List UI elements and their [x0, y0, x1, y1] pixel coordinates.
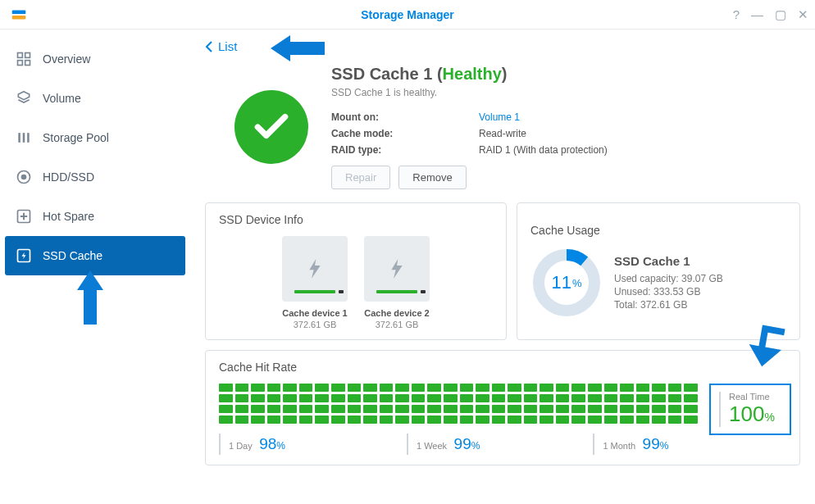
panel-title: Cache Hit Rate [219, 361, 786, 374]
sidebar-item-storage-pool[interactable]: Storage Pool [0, 118, 190, 157]
device-name: Cache device 1 [282, 308, 348, 318]
device-size: 372.61 GB [282, 320, 348, 329]
info-value: Read-write [479, 128, 526, 139]
usage-cache-name: SSD Cache 1 [614, 254, 723, 268]
svg-rect-9 [18, 133, 20, 143]
back-to-list-link[interactable]: List [205, 39, 237, 53]
sidebar-item-hot-spare[interactable]: Hot Spare [0, 197, 190, 236]
svg-rect-3 [12, 10, 26, 14]
sidebar-item-label: Volume [43, 92, 81, 105]
titlebar: Storage Manager ? — ▢ ✕ [0, 0, 815, 30]
sidebar-item-hdd-ssd[interactable]: HDD/SSD [0, 157, 190, 197]
hit-rate-stat-1day: 1 Day 98% [219, 434, 294, 455]
cache-title: SSD Cache 1 (Healthy) [331, 65, 800, 84]
svg-rect-8 [25, 61, 30, 66]
content: List SSD Cache 1 (Healthy) SSD Cache 1 i… [190, 30, 815, 504]
sidebar: Overview Volume Storage Pool HDD/SSD Hot… [0, 30, 190, 504]
back-label: List [218, 39, 237, 53]
health-status-icon [234, 90, 308, 164]
info-label: Mount on: [331, 111, 479, 123]
svg-rect-7 [18, 61, 23, 66]
usage-donut-chart: 11% [530, 247, 603, 319]
panel-title: Cache Usage [530, 224, 786, 237]
hit-rate-stat-1month: 1 Month 99% [593, 434, 676, 455]
chevron-left-icon [205, 41, 213, 52]
volume-icon [15, 89, 33, 107]
panel-title: SSD Device Info [219, 213, 493, 226]
hot-spare-icon [15, 207, 33, 225]
app-icon [10, 6, 28, 24]
hit-rate-stat-1week: 1 Week 99% [407, 434, 488, 455]
device-size: 372.61 GB [364, 320, 430, 329]
mount-on-link[interactable]: Volume 1 [479, 111, 520, 123]
info-label: Cache mode: [331, 128, 479, 139]
svg-point-13 [22, 175, 26, 179]
info-value: RAID 1 (With data protection) [479, 144, 608, 156]
sidebar-item-label: SSD Cache [43, 249, 102, 262]
svg-rect-10 [23, 133, 25, 143]
overview-icon [15, 50, 33, 68]
window-title: Storage Manager [361, 8, 454, 21]
sidebar-item-label: Hot Spare [43, 210, 94, 223]
storage-pool-icon [15, 129, 33, 147]
repair-button: Repair [331, 166, 390, 189]
svg-rect-4 [12, 15, 26, 19]
help-button[interactable]: ? [733, 8, 740, 20]
remove-button[interactable]: Remove [398, 166, 466, 189]
cache-usage-panel: Cache Usage 11% SSD Cache 1 Used capacit… [517, 202, 800, 340]
sidebar-item-overview[interactable]: Overview [0, 39, 190, 79]
usage-total: Total: 372.61 GB [614, 299, 723, 311]
sidebar-item-ssd-cache[interactable]: SSD Cache [5, 236, 185, 275]
hit-rate-heatmap [219, 384, 698, 424]
info-label: RAID type: [331, 144, 479, 156]
cache-hit-rate-panel: Cache Hit Rate 1 Day 98% 1 Week 99% [205, 350, 800, 465]
hit-rate-realtime: Real Time 100% [709, 384, 791, 435]
ssd-device-icon [282, 236, 348, 302]
sidebar-item-label: Storage Pool [43, 131, 109, 144]
usage-unused: Unused: 333.53 GB [614, 286, 723, 297]
cache-device[interactable]: Cache device 1 372.61 GB [282, 236, 348, 329]
hdd-ssd-icon [15, 168, 33, 186]
cache-device[interactable]: Cache device 2 372.61 GB [364, 236, 430, 329]
usage-used: Used capacity: 39.07 GB [614, 273, 723, 284]
svg-rect-11 [27, 133, 29, 143]
cache-subtitle: SSD Cache 1 is healthy. [331, 87, 800, 98]
ssd-cache-icon [15, 247, 33, 265]
ssd-device-icon [364, 236, 430, 302]
sidebar-item-label: HDD/SSD [43, 170, 94, 184]
maximize-button[interactable]: ▢ [775, 8, 786, 20]
sidebar-item-label: Overview [43, 52, 90, 66]
device-name: Cache device 2 [364, 308, 430, 318]
minimize-button[interactable]: — [751, 8, 763, 20]
svg-rect-6 [25, 53, 30, 58]
close-button[interactable]: ✕ [798, 8, 808, 20]
sidebar-item-volume[interactable]: Volume [0, 79, 190, 118]
svg-rect-5 [18, 53, 23, 58]
ssd-device-info-panel: SSD Device Info Cache device 1 372.61 GB [205, 202, 507, 340]
